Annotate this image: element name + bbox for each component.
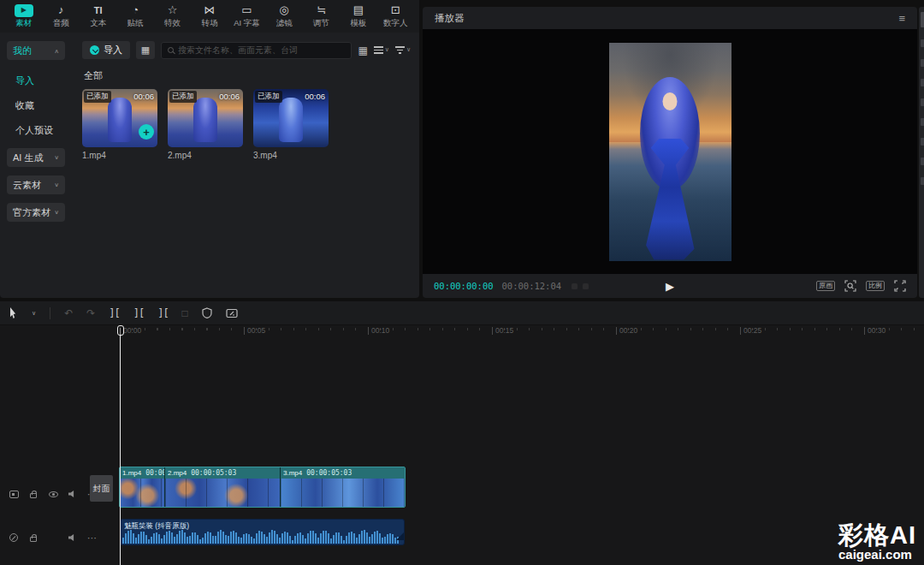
playhead-handle[interactable] <box>117 325 124 336</box>
video-track[interactable]: 1.mp400:002.mp400:00:05:033.mp400:00:05:… <box>120 467 405 507</box>
clip-timecode: 00:00 <box>145 469 164 477</box>
sidebar-dropdown-cloud-assets[interactable]: 云素材∨ <box>7 175 65 194</box>
qr-import-icon[interactable]: ▦ <box>136 41 155 59</box>
timeline-video-clip[interactable]: 2.mp400:00:05:03 <box>164 467 280 507</box>
import-label: 导入 <box>104 44 122 56</box>
clipped-panel-item <box>921 158 924 165</box>
import-icon <box>90 45 99 55</box>
clipped-panel-item <box>921 59 924 67</box>
clipped-panel-item <box>921 177 924 185</box>
added-badge: 已添加 <box>255 91 282 103</box>
timeline-video-clip[interactable]: 1.mp400:00 <box>120 467 164 507</box>
playhead-line <box>120 328 121 565</box>
track-more-button[interactable]: ⋯ <box>87 534 98 542</box>
sticker-icon: ◔ <box>132 3 139 17</box>
audio-clip[interactable]: 魅瓶笑装 (抖音原版) <box>120 519 405 545</box>
timeline-video-clip[interactable]: 3.mp400:00:05:03 <box>280 467 405 507</box>
toolbar-item-digital-human[interactable]: ⊡数字人 <box>377 3 414 29</box>
redo-icon[interactable]: ↷ <box>86 307 95 319</box>
media-card[interactable]: 已添加00:06+1.mp4 <box>82 89 157 160</box>
sidebar-item-import[interactable]: 导入 <box>0 68 75 93</box>
cursor-icon <box>10 307 18 318</box>
clip-filename: 3.mp4 <box>253 151 329 160</box>
total-duration: 00:00:12:04 <box>502 281 562 291</box>
watermark-url: caigeai.com <box>838 548 916 562</box>
toolbar-item-label: 素材 <box>15 18 32 29</box>
watermark: 彩格AI caigeai.com <box>838 523 916 562</box>
split-icon[interactable]: ][ <box>109 307 119 319</box>
clipped-panel-item <box>921 79 924 86</box>
toolbar-item-sticker[interactable]: ◔贴纸 <box>116 3 153 29</box>
filter-icon[interactable]: ∨ <box>395 46 411 53</box>
sidebar-group-label: 我的 <box>13 45 32 57</box>
player-menu-icon[interactable]: ≡ <box>898 12 905 25</box>
toolbar-item-effects[interactable]: ☆特效 <box>154 3 191 29</box>
toolbar-item-transition[interactable]: ⋈转场 <box>191 3 228 29</box>
clip-filmstrip <box>281 479 405 507</box>
lock-track-button[interactable] <box>28 533 38 542</box>
delete-icon[interactable]: □ <box>182 307 188 319</box>
sidebar-group-my[interactable]: 我的∧ <box>7 41 65 60</box>
timeline-toolbar: ∨↶↷][][][□ <box>0 301 924 325</box>
player-right-controls: 原画 比例 <box>816 280 906 292</box>
player-canvas[interactable] <box>423 29 917 274</box>
toolbar-item-label: 文本 <box>90 18 106 29</box>
search-input[interactable] <box>178 45 345 55</box>
collapsed-right-panel[interactable] <box>919 7 924 298</box>
playhead[interactable] <box>116 325 124 565</box>
ruler-label: 00:30 <box>864 326 886 335</box>
aspect-ratio-button[interactable]: 比例 <box>866 281 885 291</box>
timeline-ruler[interactable]: 00:0000:0500:1000:1500:2000:2500:30 <box>86 325 924 337</box>
media-card[interactable]: 已添加00:062.mp4 <box>168 89 243 160</box>
fullscreen-icon[interactable] <box>894 280 906 292</box>
zoom-focus-icon[interactable] <box>844 280 856 292</box>
import-button[interactable]: 导入 <box>82 41 130 59</box>
search-box[interactable] <box>161 42 352 59</box>
sidebar-item-favorites[interactable]: 收藏 <box>0 93 75 118</box>
clip-header: 2.mp400:00:05:03 <box>165 467 280 479</box>
sidebar-item-presets[interactable]: 个人预设 <box>0 118 75 143</box>
clip-name: 3.mp4 <box>283 469 302 477</box>
toolbar-item-adjust[interactable]: ≒调节 <box>303 3 340 29</box>
sort-icon[interactable]: ∨ <box>374 46 389 53</box>
media-card[interactable]: 已添加00:063.mp4 <box>253 89 329 160</box>
trim-right-icon[interactable]: ][ <box>157 307 168 319</box>
clip-duration: 00:06 <box>305 92 325 101</box>
speaker-icon <box>68 534 78 542</box>
tool-dropdown-icon[interactable]: ∨ <box>32 310 36 317</box>
video-thumbnail[interactable]: 已添加00:06 <box>253 89 329 147</box>
filter-all-tab[interactable]: 全部 <box>84 69 419 82</box>
toolbar-item-template[interactable]: ▤模板 <box>340 3 376 29</box>
undo-icon[interactable]: ↶ <box>64 307 73 319</box>
play-button[interactable]: ▶ <box>666 280 674 293</box>
preview-quality-button[interactable]: 原画 <box>816 281 835 291</box>
audio-track-controls: ⋯ <box>9 532 98 544</box>
grid-view-icon[interactable]: ▦ <box>358 45 367 56</box>
cover-edit-icon[interactable] <box>226 308 238 318</box>
toolbar-item-text[interactable]: TI文本 <box>80 3 116 29</box>
video-thumbnail[interactable]: 已添加00:06+ <box>82 89 157 147</box>
toolbar-item-ai-subtitle[interactable]: ▭AI 字幕 <box>228 3 265 29</box>
clip-timecode: 00:00:05:03 <box>306 469 352 477</box>
lock-track-button[interactable] <box>28 490 38 498</box>
cover-button[interactable]: 封面 <box>90 475 113 502</box>
toolbar-item-filter[interactable]: ◎滤镜 <box>265 3 302 29</box>
toolbar-item-label: 数字人 <box>383 18 408 29</box>
toolbar-item-audio[interactable]: ♪音频 <box>42 3 79 29</box>
speaker-icon <box>68 491 78 498</box>
toggle-visibility-button[interactable] <box>48 491 58 497</box>
trim-left-icon[interactable]: ][ <box>133 307 144 319</box>
mute-track-button[interactable] <box>68 491 78 498</box>
added-badge: 已添加 <box>84 91 111 103</box>
sidebar-dropdown-official-assets[interactable]: 官方素材∨ <box>7 203 65 222</box>
current-time[interactable]: 00:00:00:00 <box>434 281 494 291</box>
toolbar-item-media[interactable]: ▶素材 <box>5 4 42 29</box>
sidebar-dropdown-ai-generate[interactable]: AI 生成∨ <box>7 148 65 167</box>
clip-filename: 2.mp4 <box>168 151 243 160</box>
video-thumbnail[interactable]: 已添加00:06 <box>168 89 243 147</box>
toolbar-item-label: 滤镜 <box>275 18 292 29</box>
mute-track-button[interactable] <box>68 534 78 542</box>
add-to-timeline-button[interactable]: + <box>139 124 154 140</box>
mark-icon[interactable] <box>202 307 212 318</box>
select-tool-icon[interactable] <box>10 307 18 318</box>
